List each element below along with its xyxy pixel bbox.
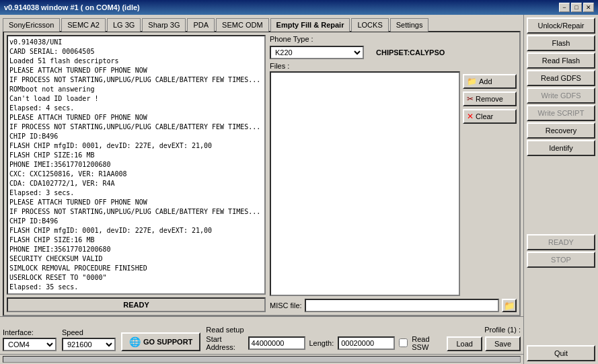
read-ssw-checkbox[interactable] (399, 338, 408, 347)
tab-bar: SonyEricsson SEMC A2 LG 3G Sharp 3G PDA … (0, 15, 523, 31)
save-button[interactable]: Save (485, 336, 521, 351)
length-label: Length: (309, 339, 334, 347)
tab-pda[interactable]: PDA (187, 18, 215, 32)
misc-file-label: MISC file: (270, 301, 302, 310)
recovery-button[interactable]: Recovery (527, 122, 595, 139)
files-container: 📁 Add ✂ Remove ✕ Clear (270, 71, 517, 296)
phone-type-select-row: K220 K550 K800 W880 K770 CHIPSET:CALYPSO (270, 46, 517, 59)
interface-group: Interface: COM4 (3, 328, 57, 351)
close-button[interactable]: ✕ (583, 3, 594, 12)
right-side-panel: Phone Type : K220 K550 K800 W880 K770 CH… (270, 35, 517, 312)
chipset-label: CHIPSET:CALYPSO (376, 48, 445, 57)
tab-semc-a2[interactable]: SEMC A2 (61, 18, 106, 32)
read-setup-label: Read setup (206, 326, 441, 334)
remove-button[interactable]: ✂ Remove (463, 92, 517, 106)
tab-sony-ericsson[interactable]: SonyEricsson (3, 18, 60, 32)
content-area: v0.914038/UNI CARD SERIAL: 00064505 Load… (3, 31, 521, 316)
tab-sharp-3g[interactable]: Sharp 3G (142, 18, 186, 32)
main-container: SonyEricsson SEMC A2 LG 3G Sharp 3G PDA … (0, 15, 598, 364)
flash-button[interactable]: Flash (527, 35, 595, 51)
profile-label: Profile (1) : (484, 326, 521, 334)
read-ssw-label: Read SSW (412, 335, 441, 351)
log-status: READY (7, 297, 266, 312)
read-setup-group: Read setup Start Address: Length: Read S… (206, 326, 441, 351)
ready-button[interactable]: READY (527, 234, 595, 250)
tab-settings[interactable]: Settings (390, 18, 429, 32)
log-output[interactable]: v0.914038/UNI CARD SERIAL: 00064505 Load… (7, 35, 266, 295)
write-script-button[interactable]: Write SCRIPT (527, 105, 595, 121)
read-setup-row: Start Address: Length: Read SSW (206, 335, 441, 351)
misc-file-input[interactable] (305, 299, 499, 312)
stop-button[interactable]: STOP (527, 252, 595, 268)
x-icon: ✕ (467, 112, 474, 121)
folder-icon: 📁 (467, 77, 477, 86)
toolbar-spacer2 (527, 269, 595, 344)
left-panel: SonyEricsson SEMC A2 LG 3G Sharp 3G PDA … (0, 15, 523, 364)
interface-label: Interface: (3, 328, 57, 336)
speed-group: Speed 921600 (62, 328, 116, 351)
browse-icon: 📁 (504, 301, 515, 311)
phone-type-select[interactable]: K220 K550 K800 W880 K770 (270, 46, 364, 59)
minimize-button[interactable]: − (559, 3, 570, 12)
status-bar (0, 354, 523, 364)
misc-browse-button[interactable]: 📁 (502, 299, 517, 312)
speed-select[interactable]: 921600 (62, 338, 116, 351)
files-label: Files : (270, 62, 517, 70)
log-panel: v0.914038/UNI CARD SERIAL: 00064505 Load… (7, 35, 266, 312)
phone-type-label: Phone Type : (270, 35, 313, 43)
quit-button[interactable]: Quit (527, 345, 595, 361)
speed-label: Speed (62, 328, 116, 336)
clear-button[interactable]: ✕ Clear (463, 109, 517, 124)
add-button[interactable]: 📁 Add (463, 74, 517, 89)
tab-empty-fill-repair[interactable]: Empty Fill & Repair (270, 18, 350, 32)
maximize-button[interactable]: □ (571, 3, 582, 12)
status-progress-bar (3, 356, 521, 363)
misc-file-row: MISC file: 📁 (270, 299, 517, 312)
load-button[interactable]: Load (447, 336, 482, 351)
title-text: v0.914038 window #1 ( on COM4) (idle) (4, 3, 140, 11)
interface-select[interactable]: COM4 (3, 338, 57, 351)
identify-button[interactable]: Identify (527, 140, 595, 156)
window-controls: − □ ✕ (559, 3, 594, 12)
tab-semc-odm[interactable]: SEMC ODM (216, 18, 269, 32)
globe-icon: 🌐 (129, 336, 141, 347)
read-flash-button[interactable]: Read Flash (527, 52, 595, 69)
tab-locks[interactable]: LOCKS (351, 18, 388, 32)
right-toolbar: Unlock/Repair Flash Read Flash Read GDFS… (523, 15, 598, 364)
files-section: Files : 📁 Add ✂ Remove (270, 62, 517, 296)
length-input[interactable] (338, 336, 395, 350)
title-bar: v0.914038 window #1 ( on COM4) (idle) − … (0, 0, 598, 15)
bottom-bar: Interface: COM4 Speed 921600 🌐 GO SUPPOR… (0, 316, 523, 354)
files-buttons: 📁 Add ✂ Remove ✕ Clear (463, 71, 517, 296)
files-list[interactable] (270, 71, 460, 296)
go-support-button[interactable]: 🌐 GO SUPPORT (121, 332, 200, 351)
start-address-label: Start Address: (206, 335, 244, 351)
unlock-repair-button[interactable]: Unlock/Repair (527, 17, 595, 34)
read-gdfs-button[interactable]: Read GDFS (527, 70, 595, 86)
profile-buttons: Load Save (447, 336, 521, 351)
write-gdfs-button[interactable]: Write GDFS (527, 87, 595, 104)
phone-type-row: Phone Type : (270, 35, 517, 43)
scissors-icon: ✂ (467, 94, 474, 104)
toolbar-spacer (527, 157, 595, 233)
tab-lg-3g[interactable]: LG 3G (107, 18, 141, 32)
start-address-input[interactable] (248, 336, 305, 350)
profile-group: Profile (1) : Load Save (447, 326, 521, 351)
